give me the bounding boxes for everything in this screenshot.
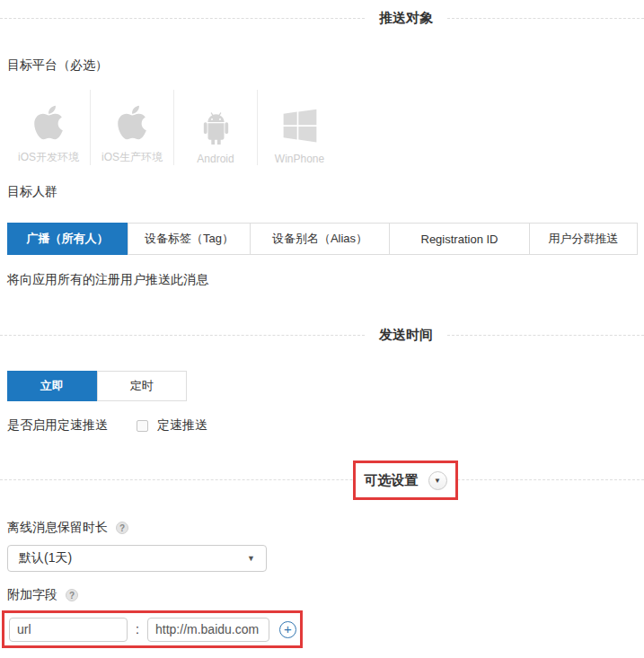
optional-settings-highlight: 可选设置 ▼ — [353, 461, 458, 500]
chevron-down-icon: ▼ — [247, 554, 255, 563]
offline-duration-label: 离线消息保留时长 — [7, 520, 108, 536]
offline-duration-select[interactable]: 默认(1天) ▼ — [7, 545, 267, 572]
optional-settings-divider: 可选设置 ▼ — [0, 461, 644, 500]
divider — [0, 18, 365, 19]
optional-settings-title: 可选设置 — [365, 472, 419, 489]
platform-ios-dev[interactable]: iOS开发环境 — [7, 90, 91, 165]
speed-push-checkbox[interactable] — [137, 420, 148, 432]
tab-device-alias[interactable]: 设备别名（Alias） — [250, 224, 389, 254]
tab-broadcast-all[interactable]: 广播（所有人） — [7, 223, 128, 255]
tab-immediate[interactable]: 立即 — [7, 371, 97, 401]
platform-label: Android — [197, 153, 234, 165]
divider — [447, 335, 644, 336]
divider — [0, 335, 365, 336]
windows-icon — [281, 94, 319, 145]
platform-list: iOS开发环境 iOS生产环境 Android WinPhone — [7, 90, 341, 165]
divider — [0, 479, 644, 480]
apple-icon — [32, 92, 65, 142]
extra-field-key-input[interactable] — [9, 618, 128, 642]
speed-push-question-label: 是否启用定速推送 — [7, 417, 108, 434]
extra-fields-row: 附加字段 ? — [7, 587, 78, 603]
target-platform-label: 目标平台（必选） — [7, 57, 108, 74]
help-icon[interactable]: ? — [116, 522, 128, 534]
send-time-section-header: 发送时间 — [0, 326, 644, 344]
audience-tabbar: 广播（所有人） 设备标签（Tag） 设备别名（Alias） Registrati… — [7, 223, 638, 255]
platform-ios-prod[interactable]: iOS生产环境 — [91, 90, 174, 165]
broadcast-description: 将向应用所有的注册用户推送此消息 — [7, 272, 208, 288]
send-time-tabbar: 立即 定时 — [7, 371, 187, 401]
apple-icon — [116, 92, 148, 142]
offline-duration-selected-value: 默认(1天) — [19, 550, 72, 566]
platform-label: iOS生产环境 — [101, 150, 163, 165]
tab-device-tag[interactable]: 设备标签（Tag） — [128, 224, 250, 254]
tab-user-segment-push[interactable]: 用户分群推送 — [529, 224, 637, 254]
section-title-send-time: 发送时间 — [379, 327, 433, 344]
optional-settings-expand-button[interactable]: ▼ — [428, 471, 447, 490]
extra-field-value-input[interactable] — [147, 618, 269, 642]
platform-winphone[interactable]: WinPhone — [258, 90, 341, 165]
speed-push-checkbox-label: 定速推送 — [157, 417, 207, 434]
help-icon[interactable]: ? — [66, 589, 78, 601]
chevron-down-icon: ▼ — [434, 477, 441, 485]
target-audience-label: 目标人群 — [7, 184, 57, 200]
plus-circle-icon[interactable]: + — [279, 621, 296, 638]
platform-label: WinPhone — [275, 153, 324, 165]
platform-label: iOS开发环境 — [18, 150, 79, 165]
key-value-separator: : — [128, 622, 147, 636]
divider — [447, 18, 644, 19]
extra-fields-label: 附加字段 — [7, 587, 57, 603]
offline-duration-row: 离线消息保留时长 ? — [7, 520, 128, 536]
tab-scheduled[interactable]: 定时 — [97, 372, 187, 400]
push-target-section-header: 推送对象 — [0, 9, 644, 27]
tab-registration-id[interactable]: Registration ID — [389, 224, 529, 254]
android-icon — [201, 94, 231, 145]
speed-push-row: 是否启用定速推送 定速推送 — [7, 417, 207, 434]
platform-android[interactable]: Android — [174, 90, 258, 165]
extra-field-highlight: : + — [2, 610, 303, 648]
section-title-push-target: 推送对象 — [379, 10, 433, 27]
